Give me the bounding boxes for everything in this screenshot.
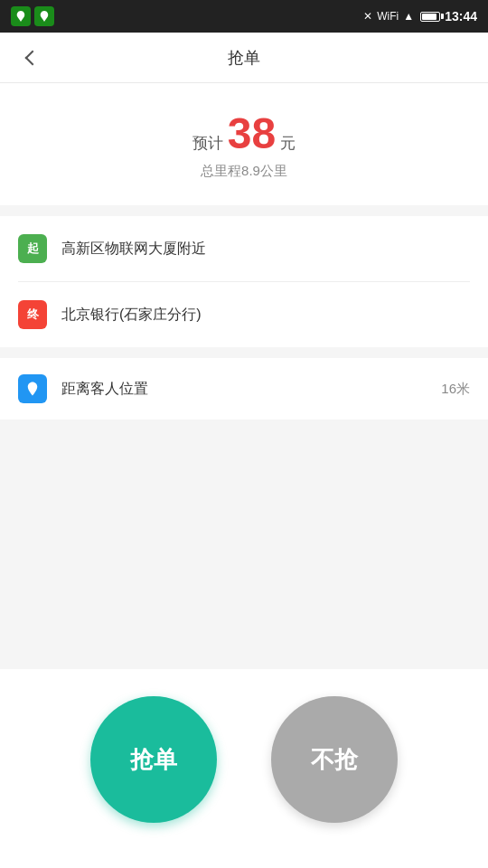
reject-order-button[interactable]: 不抢 [271,696,398,823]
grab-order-button[interactable]: 抢单 [90,696,217,823]
price-row: 预计 38 元 [0,112,488,156]
end-location-text: 北京银行(石家庄分行) [61,306,470,325]
status-bar: ✕ WiFi ▲ 13:44 [0,0,488,33]
action-buttons: 抢单 不抢 [0,669,488,868]
price-unit: 元 [280,135,296,152]
spacer [0,420,488,669]
start-location-text: 高新区物联网大厦附近 [61,240,470,259]
location-icon [18,374,47,403]
status-icons: ✕ WiFi ▲ 13:44 [363,9,477,24]
location-card: 起 高新区物联网大厦附近 终 北京银行(石家庄分行) [0,216,488,347]
end-location-item: 终 北京银行(石家庄分行) [18,282,470,347]
customer-distance-item: 距离客人位置 16米 [0,358,488,420]
app-icons [11,6,54,26]
back-button[interactable] [14,42,47,74]
page-title: 抢单 [228,47,260,69]
header: 抢单 [0,33,488,83]
total-distance: 总里程8.9公里 [0,163,488,180]
price-section: 预计 38 元 总里程8.9公里 [0,83,488,205]
start-location-item: 起 高新区物联网大厦附近 [18,216,470,282]
price-amount: 38 [228,109,276,157]
app-icon-2 [34,6,54,26]
price-label-prefix: 预计 [192,135,223,152]
main-content: 预计 38 元 总里程8.9公里 起 高新区物联网大厦附近 终 北京银行(石家庄… [0,83,488,868]
battery-icon [420,12,440,22]
customer-distance-value: 16米 [441,381,470,398]
customer-distance-section: 距离客人位置 16米 [0,358,488,420]
sim-icon: ▲ [403,10,414,23]
start-icon: 起 [18,234,47,263]
customer-distance-label: 距离客人位置 [61,380,441,399]
wifi-icon: WiFi [377,10,399,23]
app-icon-1 [11,6,31,26]
status-time: 13:44 [445,9,477,24]
end-icon: 终 [18,300,47,329]
back-icon [25,50,41,65]
signal-icon: ✕ [363,10,372,23]
